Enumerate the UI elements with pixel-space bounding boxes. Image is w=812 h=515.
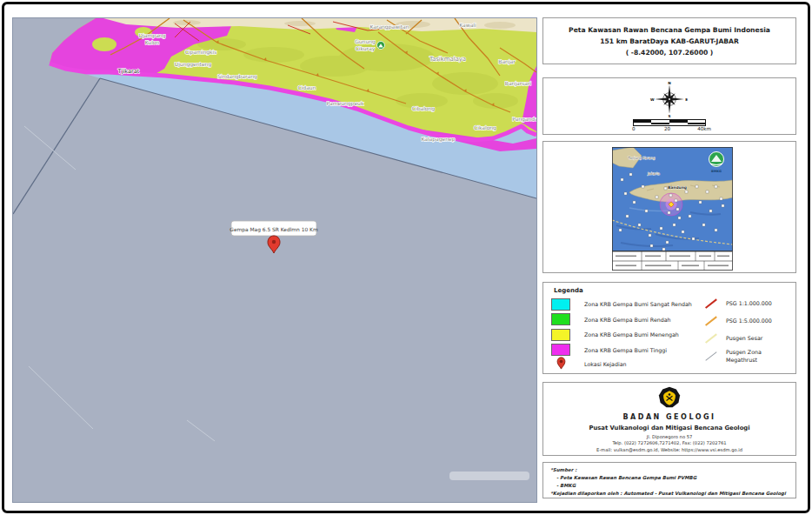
footer-note-line: - Peta Kawasan Rawan Bencana Gempa Bumi … [550, 474, 795, 482]
inset-shakemap: Tanjung KarangJakartaBandungBMKG [612, 147, 733, 271]
inset-place-label: Bandung [668, 185, 687, 190]
inset-event-marker [715, 185, 717, 188]
inset-event-marker [645, 210, 648, 212]
legend-psg5-row: PSG 1:5.000.000 [703, 315, 787, 326]
compass-west-label: W [650, 97, 655, 102]
compass-rose-icon: N E S W [649, 81, 689, 121]
inset-event-marker [629, 173, 632, 176]
footer-note-line: *Sumber : [550, 466, 795, 474]
inset-event-marker [675, 199, 677, 202]
inset-event-marker [642, 185, 644, 188]
megathrust-line-icon [703, 351, 719, 362]
inset-info-table [612, 251, 732, 271]
legend-sesar-row: Pusgen Sesar [703, 332, 787, 344]
inset-event-marker [633, 201, 636, 204]
inset-event-marker [624, 192, 627, 195]
main-map-panel: DjampangKulonCipamingkisTjikaratUjunggen… [12, 17, 537, 503]
inset-event-marker [669, 194, 672, 197]
agency-phone: Telp. (022) 7272606,7271402, Fax: (022) … [543, 440, 795, 447]
inset-event-marker [621, 178, 623, 181]
inset-event-marker [715, 229, 717, 231]
inset-event-marker [662, 248, 665, 251]
map-place-label: Tjikarat [117, 68, 140, 75]
scale-label-end: 40km [697, 126, 711, 131]
inset-event-marker [678, 217, 681, 219]
legend-event-row: Lokasi Kejadian [551, 358, 627, 371]
inset-event-marker [702, 224, 705, 226]
inset-event-marker [626, 215, 629, 217]
map-place-label: Cikuray [356, 45, 376, 52]
map-place-label: Cibalong [412, 105, 435, 112]
psg1-line-icon [703, 298, 719, 309]
map-title: Peta Kawasan Rawan Bencana Gempa Bumi In… [543, 24, 795, 36]
footer-notes-panel: *Sumber :- Peta Kawasan Rawan Bencana Ge… [542, 462, 796, 498]
map-place-label: Djampang [139, 32, 166, 39]
legend-psg1-row: PSG 1:1.000.000 [703, 298, 787, 309]
inset-event-marker [699, 201, 702, 204]
sesar-line-icon [703, 332, 719, 344]
scale-bar [633, 119, 706, 126]
legend-zone-tinggi: Zona KRB Gempa Bumi Tinggi [551, 344, 667, 357]
map-place-label: Kulon [145, 39, 160, 45]
zone-swatch-cyan [551, 298, 570, 311]
map-place-label: Sindangbarang [217, 73, 257, 80]
badan-geologi-logo [543, 386, 795, 412]
map-place-label: Banjarsari [505, 80, 532, 87]
scale-label-0: 0 [632, 126, 636, 131]
inset-event-marker [696, 185, 698, 188]
compass-panel: N E S W 0 20 40km [542, 77, 796, 135]
inset-event-marker [676, 208, 679, 211]
inset-event-marker [682, 231, 684, 233]
inset-place-label: Tanjung Karang [628, 156, 656, 160]
inset-event-marker [668, 211, 670, 214]
inset-event-marker [650, 244, 653, 247]
scale-label-20: 20 [664, 126, 670, 131]
map-place-label: Pameungpeuk [327, 100, 364, 107]
footer-note-line: - BMKG [550, 482, 795, 490]
map-place-label: Gunung [355, 38, 376, 45]
inset-event-marker [649, 234, 651, 237]
event-callout: Gempa Mag 6.5 SR Kedlmn 10 Km [230, 221, 318, 236]
agency-department: Pusat Vulkanologi dan Mitigasi Bencana G… [543, 425, 795, 431]
hazard-map-canvas: DjampangKulonCipamingkisTjikaratUjunggen… [13, 18, 536, 502]
event-coordinates: ( -8.42000, 107.26000 ) [543, 47, 795, 58]
footer-note-line: *Kejadian dilaporkan oleh : Automated - … [550, 490, 795, 498]
map-attribution [449, 472, 529, 480]
inset-event-marker [689, 215, 691, 217]
map-place-label: Pangandaran [512, 116, 536, 123]
legend-megathrust-row: Pusgen Zona Megathrust [703, 348, 787, 364]
legend-zone-rendah: Zona KRB Gempa Bumi Rendah [551, 313, 671, 326]
volcano-icon [377, 42, 385, 50]
inset-event-marker [692, 237, 695, 240]
legend-panel: Legenda Zona KRB Gempa Bumi Sangat Renda… [542, 282, 796, 374]
map-place-label: Tasikmalaya [429, 56, 466, 63]
title-panel: Peta Kawasan Rawan Bencana Gempa Bumi In… [542, 17, 796, 64]
inset-event-marker [664, 187, 667, 190]
map-place-label: Kalapagenep [421, 136, 455, 143]
map-place-label: Cikalong [474, 124, 496, 131]
map-place-label: Karangpawitan [369, 23, 409, 30]
compass-north-label: N [668, 81, 671, 85]
inset-event-marker [673, 224, 676, 226]
inset-event-marker [656, 196, 658, 198]
psg5-line-icon [703, 315, 719, 326]
event-location: 151 km BaratDaya KAB-GARUT-JABAR [543, 36, 795, 47]
zone-swatch-magenta [551, 344, 570, 356]
inset-event-marker [619, 229, 622, 231]
legend-zone-menengah: Zona KRB Gempa Bumi Menengah [551, 328, 679, 341]
inset-place-label: Jakarta [647, 171, 661, 176]
bmkg-logo [709, 152, 724, 167]
inset-event-marker [660, 227, 662, 230]
legend-header: Legenda [554, 287, 583, 294]
map-place-label: Cipamingkis [185, 49, 217, 56]
inset-event-marker [706, 191, 709, 193]
inset-event-marker [709, 210, 712, 212]
map-place-label: Cidaun [298, 84, 316, 90]
agency-panel: BADAN GEOLOGI Pusat Vulkanologi dan Miti… [542, 382, 796, 456]
inset-event-marker [720, 197, 722, 200]
zone-swatch-green [551, 313, 570, 325]
inset-map-panel: Tanjung KarangJakartaBandungBMKG [542, 141, 796, 273]
legend-zone-sangat-rendah: Zona KRB Gempa Bumi Sangat Rendah [551, 298, 692, 311]
inset-place-label: BMKG [711, 170, 722, 173]
inset-event-marker [666, 241, 669, 244]
